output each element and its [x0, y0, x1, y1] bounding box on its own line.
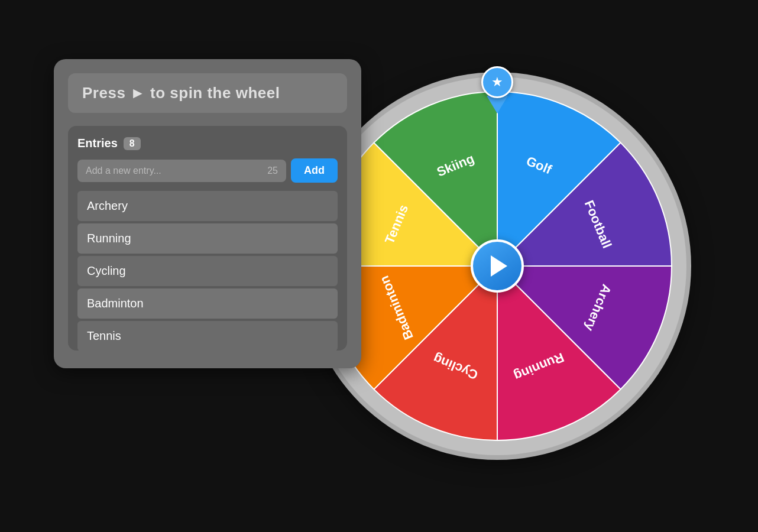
add-input-wrapper: Add a new entry... 25 [77, 160, 286, 182]
add-row: Add a new entry... 25 Add [77, 158, 338, 183]
add-input-placeholder: Add a new entry... [86, 166, 267, 176]
list-item[interactable]: Running [77, 223, 338, 254]
pointer: ★ [481, 66, 513, 113]
list-item[interactable]: Badminton [77, 288, 338, 319]
entries-label: Entries [77, 137, 118, 150]
list-item[interactable]: Tennis [77, 321, 338, 351]
spin-button[interactable]: Press ► to spin the wheel [68, 73, 347, 113]
center-play-button[interactable] [471, 239, 524, 293]
entries-section: Entries 8 Add a new entry... 25 Add Arch… [68, 126, 347, 351]
pointer-triangle [487, 96, 508, 113]
list-item[interactable]: Archery [77, 191, 338, 221]
entries-list-wrapper: ArcheryRunningCyclingBadmintonTennisGolf [77, 191, 338, 351]
wheel-ring: GolfFootballArcheryRunningCyclingBadmint… [308, 77, 686, 455]
entries-list: ArcheryRunningCyclingBadmintonTennisGolf [77, 191, 338, 351]
list-item[interactable]: Cycling [77, 256, 338, 286]
pointer-star: ★ [481, 66, 513, 98]
entries-header: Entries 8 [77, 137, 338, 150]
left-panel: Press ► to spin the wheel Entries 8 Add … [54, 59, 361, 368]
entries-count: 8 [124, 137, 141, 150]
add-input-max: 25 [267, 166, 278, 176]
add-button[interactable]: Add [291, 158, 338, 183]
wheel-outer: GolfFootballArcheryRunningCyclingBadmint… [308, 77, 686, 455]
play-icon [491, 255, 507, 277]
